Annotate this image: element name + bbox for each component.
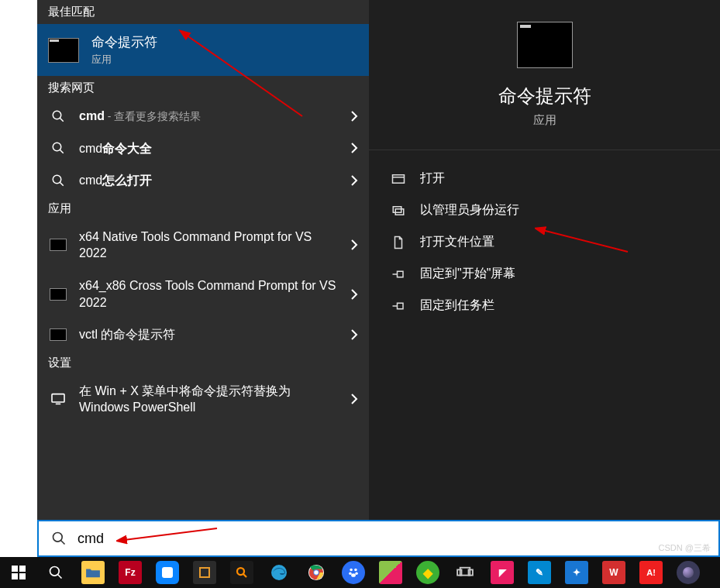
action-label: 固定到"开始"屏幕 — [420, 266, 515, 282]
chevron-right-icon — [350, 142, 358, 154]
section-apps: 应用 — [37, 197, 369, 221]
chevron-right-icon — [350, 110, 358, 122]
app-result[interactable]: x64_x86 Cross Tools Command Prompt for V… — [37, 270, 369, 318]
action-label: 以管理员身份运行 — [420, 202, 519, 218]
detail-title: 命令提示符 — [498, 84, 591, 108]
taskbar: Fz ◆ ◤ ✎ ✦ W A! — [0, 557, 720, 588]
svg-line-5 — [60, 182, 64, 186]
svg-point-0 — [53, 111, 61, 119]
action-label: 固定到任务栏 — [420, 297, 494, 314]
taskbar-app-explorer[interactable] — [74, 557, 112, 588]
search-icon — [48, 109, 68, 123]
folder-icon — [391, 236, 406, 249]
terminal-icon — [48, 328, 68, 341]
web-result-label: cmd - 查看更多搜索结果 — [79, 108, 339, 125]
svg-point-31 — [350, 569, 353, 572]
taskbar-app-generic[interactable] — [372, 557, 409, 588]
taskbar-app-edge[interactable] — [260, 557, 298, 588]
start-search-panel: 最佳匹配 命令提示符 应用 搜索网页 cmd - 查看更多搜索结果 cmd命令大… — [37, 0, 720, 520]
taskbar-app-sublime[interactable] — [186, 557, 223, 588]
svg-line-25 — [243, 574, 247, 578]
svg-rect-8 — [393, 174, 405, 183]
app-result[interactable]: x64 Native Tools Command Prompt for VS 2… — [37, 221, 369, 270]
search-icon — [48, 174, 68, 187]
search-icon — [51, 531, 67, 546]
chevron-right-icon — [350, 239, 358, 251]
taskbar-app-filezilla[interactable]: Fz — [112, 557, 149, 588]
watermark: CSDN @三希 — [659, 542, 711, 554]
taskbar-app-everything[interactable] — [223, 557, 260, 588]
web-result[interactable]: cmd命令大全 — [37, 132, 369, 165]
taskbar-app-generic[interactable] — [149, 557, 186, 588]
web-result[interactable]: cmd - 查看更多搜索结果 — [37, 100, 369, 132]
taskbar-app-baidu[interactable] — [335, 557, 372, 588]
taskbar-app-generic[interactable]: ◤ — [484, 557, 521, 588]
best-match-title: 命令提示符 — [91, 33, 157, 51]
app-result-label: x64 Native Tools Command Prompt for VS 2… — [79, 229, 339, 262]
section-web: 搜索网页 — [37, 76, 369, 100]
svg-line-3 — [60, 150, 64, 154]
app-result[interactable]: vctl 的命令提示符 — [37, 318, 369, 351]
taskbar-taskview[interactable] — [446, 557, 484, 588]
chevron-right-icon — [350, 288, 358, 301]
taskbar-app-chrome[interactable] — [298, 557, 335, 588]
svg-point-22 — [50, 567, 60, 576]
action-open[interactable]: 打开 — [369, 163, 720, 194]
results-column: 最佳匹配 命令提示符 应用 搜索网页 cmd - 查看更多搜索结果 cmd命令大… — [37, 0, 369, 520]
start-button[interactable] — [0, 557, 37, 588]
detail-subtitle: 应用 — [533, 113, 556, 128]
taskbar-app-360[interactable]: ◆ — [409, 557, 446, 588]
svg-point-33 — [349, 572, 352, 575]
chevron-right-icon — [350, 174, 358, 187]
action-pin-taskbar[interactable]: 固定到任务栏 — [369, 290, 720, 322]
open-icon — [391, 174, 406, 184]
detail-column: 命令提示符 应用 打开 以管理员身份运行 打开文件位置 固定到"开始"屏幕 固定… — [369, 0, 720, 520]
action-label: 打开文件位置 — [420, 234, 494, 250]
svg-point-32 — [354, 569, 357, 572]
svg-rect-20 — [12, 573, 18, 579]
action-open-location[interactable]: 打开文件位置 — [369, 226, 720, 258]
search-icon — [48, 141, 68, 155]
terminal-icon — [48, 288, 68, 301]
setting-result-label: 在 Win + X 菜单中将命令提示符替换为 Windows PowerShel… — [79, 383, 339, 416]
svg-rect-37 — [457, 569, 461, 575]
action-pin-start[interactable]: 固定到"开始"屏幕 — [369, 258, 720, 290]
svg-rect-19 — [19, 566, 26, 572]
svg-rect-21 — [19, 573, 26, 579]
taskbar-search-button[interactable] — [37, 557, 74, 588]
action-run-as-admin[interactable]: 以管理员身份运行 — [369, 194, 720, 226]
search-input[interactable] — [78, 531, 706, 547]
best-match-result[interactable]: 命令提示符 应用 — [37, 24, 369, 76]
svg-point-30 — [314, 570, 319, 575]
svg-rect-18 — [12, 566, 18, 572]
svg-line-23 — [58, 575, 62, 579]
chevron-right-icon — [350, 393, 358, 405]
web-result-label: cmd怎么打开 — [79, 172, 339, 189]
taskbar-app-wps[interactable]: W — [595, 557, 632, 588]
svg-rect-6 — [52, 394, 64, 402]
app-result-label: x64_x86 Cross Tools Command Prompt for V… — [79, 277, 339, 311]
best-match-text: 命令提示符 应用 — [91, 33, 157, 67]
pin-icon — [391, 301, 406, 311]
svg-point-4 — [53, 175, 61, 184]
cmd-thumbnail-icon — [517, 22, 573, 68]
taskbar-app-generic[interactable]: ✎ — [521, 557, 558, 588]
section-best-match: 最佳匹配 — [37, 0, 369, 24]
taskbar-app-generic[interactable]: ✦ — [558, 557, 595, 588]
action-list: 打开 以管理员身份运行 打开文件位置 固定到"开始"屏幕 固定到任务栏 — [369, 150, 720, 334]
web-result[interactable]: cmd怎么打开 — [37, 164, 369, 197]
app-result-label: vctl 的命令提示符 — [79, 326, 339, 343]
pin-icon — [391, 269, 406, 280]
svg-point-2 — [53, 143, 61, 152]
setting-result[interactable]: 在 Win + X 菜单中将命令提示符替换为 Windows PowerShel… — [37, 375, 369, 424]
taskbar-app-eclipse[interactable] — [670, 557, 707, 588]
monitor-icon — [48, 393, 68, 405]
web-result-label: cmd命令大全 — [79, 140, 339, 157]
chevron-right-icon — [350, 328, 358, 341]
action-label: 打开 — [420, 170, 445, 187]
terminal-icon — [48, 239, 68, 251]
search-bar[interactable] — [37, 520, 720, 557]
taskbar-app-anydesk[interactable]: A! — [632, 557, 670, 588]
shield-icon — [391, 205, 406, 217]
svg-rect-38 — [469, 569, 473, 575]
